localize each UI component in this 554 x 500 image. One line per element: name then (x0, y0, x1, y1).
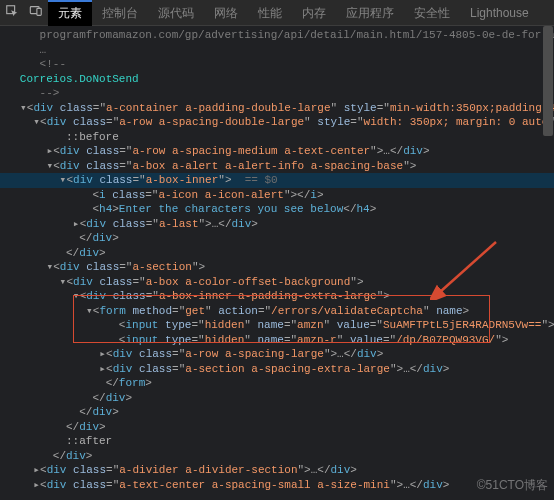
dom-line[interactable]: </form> (0, 376, 554, 391)
dom-line-selected[interactable]: ▾<div class="a-box-inner"> == $0 (0, 173, 554, 188)
caret-down-icon[interactable]: ▾ (73, 289, 80, 304)
dom-line[interactable]: <i class="a-icon a-icon-alert"></i> (0, 188, 554, 203)
truncated-text: programfromamazon.com/gp/advertising/api… (40, 29, 554, 41)
dom-line[interactable]: programfromamazon.com/gp/advertising/api… (0, 28, 554, 43)
tab-elements[interactable]: 元素 (48, 0, 92, 26)
caret-down-icon[interactable]: ▾ (33, 115, 40, 130)
dom-line[interactable]: ▾<div class="a-row a-spacing-double-larg… (0, 115, 554, 130)
tab-sources[interactable]: 源代码 (148, 0, 204, 26)
devtools-tabs: 元素 控制台 源代码 网络 性能 内存 应用程序 安全性 Lighthouse (0, 0, 554, 26)
caret-down-icon[interactable]: ▾ (86, 304, 93, 319)
dom-line[interactable]: ▸<div class="a-section a-spacing-extra-l… (0, 362, 554, 377)
dom-line[interactable]: ▾<div class="a-container a-padding-doubl… (0, 101, 554, 116)
selected-marker: == $0 (245, 174, 278, 186)
dom-line[interactable]: </div> (0, 405, 554, 420)
dom-line[interactable]: ▸<div class="a-text-center a-spacing-sma… (0, 478, 554, 493)
dom-line[interactable]: <!-- (0, 57, 554, 72)
dom-line[interactable]: </div> (0, 231, 554, 246)
scrollbar-thumb[interactable] (543, 26, 553, 136)
caret-right-icon[interactable]: ▸ (33, 478, 40, 493)
dom-line[interactable]: <h4>Enter the characters you see below</… (0, 202, 554, 217)
inspect-element-icon[interactable] (0, 4, 24, 21)
dom-line[interactable]: ▾<form method="get" action="/errors/vali… (0, 304, 554, 319)
dom-line[interactable]: ::after (0, 434, 554, 449)
tab-console[interactable]: 控制台 (92, 0, 148, 26)
dom-line[interactable]: … (0, 43, 554, 58)
comment-body: Correios.DoNotSend (20, 73, 139, 85)
dom-line[interactable]: ▾<div class="a-section"> (0, 260, 554, 275)
comment-close: --> (40, 87, 60, 99)
tab-memory[interactable]: 内存 (292, 0, 336, 26)
comment-open: <!-- (40, 58, 66, 70)
dom-line[interactable]: ▸<div class="a-row a-spacing-medium a-te… (0, 144, 554, 159)
svg-rect-2 (37, 8, 41, 15)
tab-performance[interactable]: 性能 (248, 0, 292, 26)
caret-down-icon[interactable]: ▾ (20, 101, 27, 116)
dom-line[interactable]: ▸<div class="a-row a-spacing-large">…</d… (0, 347, 554, 362)
dom-line[interactable]: ▾<div class="a-box a-color-offset-backgr… (0, 275, 554, 290)
dom-line[interactable]: ::before (0, 130, 554, 145)
dom-line[interactable]: --> (0, 86, 554, 101)
dom-line[interactable]: ▸<div class="a-divider a-divider-section… (0, 463, 554, 478)
dom-line[interactable]: ▾<div class="a-box-inner a-padding-extra… (0, 289, 554, 304)
watermark: ©51CTO博客 (477, 477, 548, 494)
vertical-scrollbar[interactable] (543, 26, 553, 500)
elements-tree[interactable]: programfromamazon.com/gp/advertising/api… (0, 26, 554, 500)
caret-right-icon[interactable]: ▸ (99, 362, 106, 377)
dom-line[interactable]: <input type="hidden" name="amzn" value="… (0, 318, 554, 333)
tab-security[interactable]: 安全性 (404, 0, 460, 26)
dom-line[interactable]: </div> (0, 420, 554, 435)
device-toolbar-icon[interactable] (24, 4, 48, 21)
pseudo-after: ::after (66, 435, 112, 447)
pseudo-before: ::before (66, 131, 119, 143)
dom-line[interactable]: </div> (0, 246, 554, 261)
dom-line[interactable]: </div> (0, 391, 554, 406)
caret-right-icon[interactable]: ▸ (33, 463, 40, 478)
caret-right-icon[interactable]: ▸ (99, 347, 106, 362)
tab-lighthouse[interactable]: Lighthouse (460, 0, 539, 26)
dom-line[interactable]: ▸<div class="a-last">…</div> (0, 217, 554, 232)
tab-application[interactable]: 应用程序 (336, 0, 404, 26)
dots: … (40, 44, 47, 56)
dom-line[interactable]: <input type="hidden" name="amzn-r" value… (0, 333, 554, 348)
dom-line[interactable]: </div> (0, 449, 554, 464)
caret-right-icon[interactable]: ▸ (73, 217, 80, 232)
tab-network[interactable]: 网络 (204, 0, 248, 26)
dom-line[interactable]: Correios.DoNotSend (0, 72, 554, 87)
dom-line[interactable]: ▾<div class="a-box a-alert a-alert-info … (0, 159, 554, 174)
